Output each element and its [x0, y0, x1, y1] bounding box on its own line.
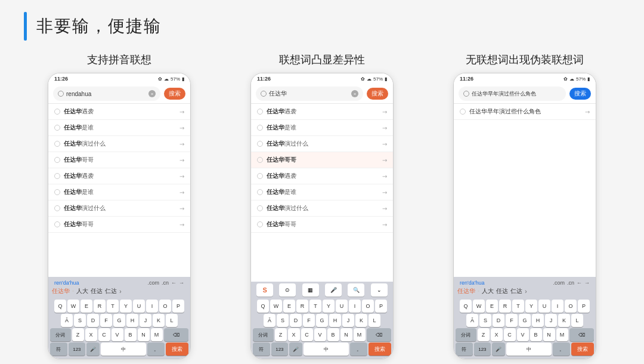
search-input-3[interactable]: 任达华早年演过些什么角色 [459, 87, 566, 101]
key-r[interactable]: R [499, 300, 511, 313]
suggestion-item[interactable]: 任达华哥哥 ↗ [48, 152, 190, 168]
key-q[interactable]: Q [54, 300, 66, 313]
suggestion-item[interactable]: 任达华遇袭 ↗ [251, 104, 393, 120]
key-123[interactable]: 123 [474, 343, 491, 356]
key-s[interactable]: S [479, 314, 491, 327]
suggestion-item[interactable]: 任达华是谁 ↗ [48, 120, 190, 136]
search-input-2[interactable]: 任达华 × [256, 87, 363, 101]
key-o[interactable]: O [362, 300, 374, 313]
key-period[interactable]: 。 [147, 343, 165, 356]
key-e[interactable]: E [283, 300, 295, 313]
key-w[interactable]: W [473, 300, 485, 313]
key-z[interactable]: Z [72, 328, 84, 341]
key-z[interactable]: Z [275, 328, 287, 341]
key-b[interactable]: B [327, 328, 339, 341]
key-i[interactable]: I [146, 300, 158, 313]
key-t[interactable]: T [107, 300, 119, 313]
search-clear-2[interactable]: × [351, 90, 358, 97]
suggestion-item[interactable]: 任达华演过什么 ↗ [251, 136, 393, 152]
key-t[interactable]: T [309, 300, 321, 313]
key-w[interactable]: W [270, 300, 282, 313]
key-v[interactable]: V [517, 328, 529, 341]
key-fu[interactable]: 符 [253, 343, 270, 356]
search-button-2[interactable]: 搜索 [367, 88, 388, 100]
key-h[interactable]: H [329, 314, 341, 327]
ime-candidate[interactable]: 任达 [496, 287, 508, 295]
ime-expand-icon[interactable]: › [525, 288, 527, 295]
key-u[interactable]: U [336, 300, 348, 313]
key-p[interactable]: P [172, 300, 184, 313]
ime-candidate[interactable]: 人大 [76, 287, 88, 295]
key-space[interactable]: 中 [101, 343, 146, 356]
suggestion-item[interactable]: 任达华哥哥 ↗ [251, 217, 393, 233]
key-mic[interactable]: 🎤 [492, 343, 505, 356]
key-y[interactable]: Y [323, 300, 335, 313]
suggestion-item[interactable]: 任达华演过什么 ↗ [48, 136, 190, 152]
search-button-3[interactable]: 搜索 [569, 88, 591, 100]
ime-icon-chevron[interactable]: ⌄ [371, 283, 388, 297]
key-search[interactable]: 搜索 [369, 343, 391, 356]
key-period[interactable]: 。 [350, 343, 367, 356]
key-a[interactable]: Ā [61, 314, 73, 327]
key-g[interactable]: G [113, 314, 125, 327]
key-f[interactable]: F [100, 314, 112, 327]
key-space[interactable]: 中 [506, 343, 552, 356]
key-l[interactable]: L [571, 314, 583, 327]
suggestion-item[interactable]: 任达华遇袭 ↗ [48, 168, 190, 184]
key-x[interactable]: X [288, 328, 300, 341]
search-input-1[interactable]: rendahua × [53, 87, 160, 101]
key-j[interactable]: J [140, 314, 151, 327]
key-r[interactable]: R [296, 300, 308, 313]
key-backspace[interactable]: ⌫ [367, 328, 391, 341]
suggestion-item[interactable]: 任达华是谁 ↗ [251, 120, 393, 136]
key-123[interactable]: 123 [271, 343, 289, 356]
key-m[interactable]: M [151, 328, 163, 341]
key-o[interactable]: O [159, 300, 171, 313]
ime-candidate[interactable]: 人大 [482, 287, 494, 295]
key-p[interactable]: P [578, 300, 590, 313]
key-c[interactable]: C [504, 328, 516, 341]
key-v[interactable]: V [112, 328, 123, 341]
key-s[interactable]: S [277, 314, 289, 327]
key-q[interactable]: Q [257, 300, 269, 313]
ime-candidate[interactable]: 任达华 [457, 287, 475, 295]
key-d[interactable]: D [493, 314, 504, 327]
key-n[interactable]: N [543, 328, 555, 341]
ime-icon-s[interactable]: S [256, 283, 273, 297]
suggestion-item-single[interactable]: 任达华早年演过些什么角色 ↗ [454, 104, 596, 120]
ime-candidate[interactable]: 任达 [91, 287, 103, 295]
key-c[interactable]: C [98, 328, 110, 341]
key-g[interactable]: G [316, 314, 328, 327]
key-a[interactable]: Ā [264, 314, 275, 327]
key-fu[interactable]: 符 [50, 343, 67, 356]
suggestion-item[interactable]: 任达华是谁 ↗ [251, 184, 393, 200]
key-c[interactable]: C [301, 328, 313, 341]
search-clear-1[interactable]: × [148, 90, 156, 97]
suggestion-item-highlighted[interactable]: 任达华哥哥 ↗ [251, 152, 393, 168]
key-v[interactable]: V [314, 328, 326, 341]
key-j[interactable]: J [342, 314, 354, 327]
key-b[interactable]: B [125, 328, 137, 341]
key-t[interactable]: T [512, 300, 524, 313]
key-a[interactable]: Ā [466, 314, 478, 327]
key-z[interactable]: Z [478, 328, 490, 341]
key-x[interactable]: X [85, 328, 97, 341]
key-backspace[interactable]: ⌫ [569, 328, 594, 341]
key-mic[interactable]: 🎤 [86, 343, 100, 356]
key-r[interactable]: R [94, 300, 106, 313]
key-k[interactable]: K [153, 314, 165, 327]
ime-candidate[interactable]: 任达华 [52, 287, 70, 295]
key-d[interactable]: D [290, 314, 302, 327]
key-q[interactable]: Q [460, 300, 472, 313]
key-l[interactable]: L [369, 314, 380, 327]
suggestion-item[interactable]: 任达华遇袭 ↗ [251, 168, 393, 184]
key-backspace[interactable]: ⌫ [164, 328, 188, 341]
key-fu[interactable]: 符 [456, 343, 473, 356]
suggestion-item[interactable]: 任达华演过什么 ↗ [48, 200, 190, 217]
search-button-1[interactable]: 搜索 [164, 88, 185, 100]
ime-candidate[interactable]: 仁达 [510, 287, 522, 295]
suggestion-item[interactable]: 任达华哥哥 ↗ [48, 217, 190, 233]
key-n[interactable]: N [138, 328, 150, 341]
key-i[interactable]: I [349, 300, 361, 313]
key-n[interactable]: N [340, 328, 352, 341]
